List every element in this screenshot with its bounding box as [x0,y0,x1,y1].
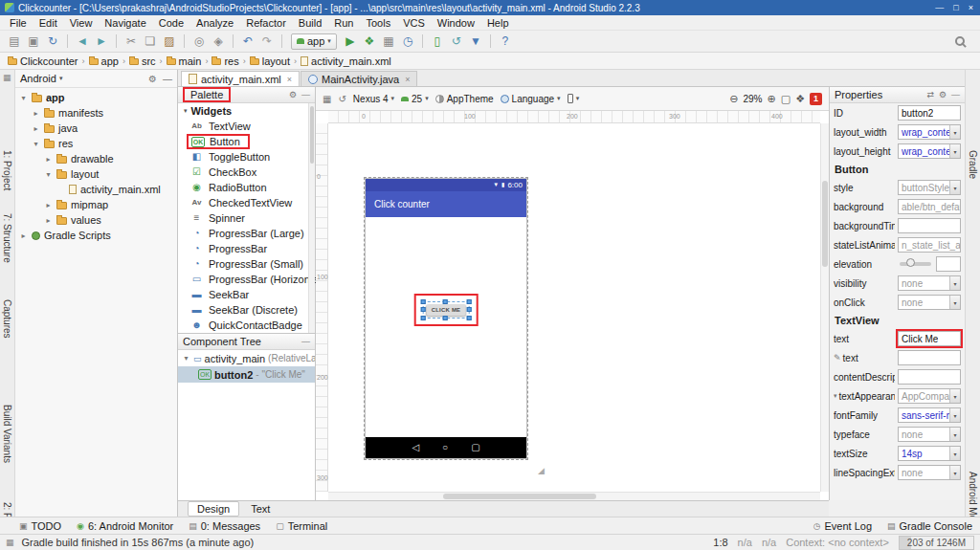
tree-item-java[interactable]: ▸java [15,121,177,136]
menu-item-refactor[interactable]: Refactor [240,17,292,29]
property-field-textsize[interactable]: 14sp▾ [898,446,961,461]
tool-button-gradle[interactable]: Gradle [968,150,978,179]
palette-item-checkedtextview[interactable]: AvCheckedTextView [178,195,315,210]
scrollbar-thumb[interactable] [443,494,596,499]
palette-item-button[interactable]: OKButton [178,134,315,149]
tab-design[interactable]: Design [188,501,239,517]
property-field-background[interactable]: able/btn_default_material [898,199,961,214]
tree-item-res[interactable]: ▾res [15,136,177,151]
palette-item-progressbar-horizontal[interactable]: ▭ProgressBar (Horizontal) [178,272,315,287]
tool-button-1-project[interactable]: 1: Project [2,150,12,190]
pan-icon[interactable]: ❖ [795,93,805,105]
tree-item-manifests[interactable]: ▸manifests [15,105,177,121]
redo-icon[interactable]: ↷ [258,33,276,50]
back-arrow-icon[interactable]: ◄ [74,33,91,50]
property-field-style[interactable]: buttonStyle▾ [898,180,961,195]
debug-icon[interactable]: ❖ [361,33,378,50]
expanded-icon[interactable]: ▾ [19,94,28,102]
tool-button-todo[interactable]: ▣TODO [19,520,61,532]
tool-button-build-variants[interactable]: Build Variants [2,405,12,463]
slider-thumb[interactable] [906,258,915,267]
palette-item-togglebutton[interactable]: ◧ToggleButton [178,149,315,165]
palette-item-textview[interactable]: AbTextView [178,119,315,134]
property-field-backgroundtint[interactable] [898,218,961,233]
elevation-slider[interactable] [900,262,931,266]
property-field-linespacingextra[interactable]: none▾ [898,465,961,480]
palette-scrollbar[interactable] [308,103,315,333]
menu-item-tools[interactable]: Tools [360,17,396,29]
toolwindow-switcher-icon[interactable]: ▦ [6,538,14,547]
project-view-selector[interactable]: Android ▾ [20,73,62,84]
menu-item-help[interactable]: Help [481,17,515,29]
property-field-onclick[interactable]: none▾ [898,295,961,310]
tree-item-layout[interactable]: ▾layout [15,166,177,182]
property-field-fontfamily[interactable]: sans-serif-medium▾ [898,407,961,423]
copy-icon[interactable]: ❏ [142,33,159,50]
tree-item-values[interactable]: ▸values [15,212,177,228]
hide-panel-icon[interactable]: — [301,337,310,346]
hide-panel-icon[interactable]: — [163,74,172,84]
close-button[interactable]: × [969,0,973,15]
scrollbar-thumb[interactable] [310,106,314,164]
property-field-text[interactable]: Click Me [898,331,961,346]
menu-item-view[interactable]: View [64,17,99,29]
titlebar[interactable]: Clickcounter - [C:\Users\prakashraj\Andr… [0,0,980,15]
tool-button-7-structure[interactable]: 7: Structure [2,213,12,263]
tool-button-event-log[interactable]: ◷Event Log [813,520,872,532]
chevron-down-icon[interactable]: ▾ [949,428,960,441]
chevron-down-icon[interactable]: ▾ [949,276,960,290]
breadcrumb-item-activity-main-xml[interactable]: activity_main.xml [301,55,391,67]
device-frame-selector[interactable]: ▾ [568,94,580,103]
selection-handle[interactable] [443,316,448,320]
coverage-icon[interactable]: ▦ [380,33,397,50]
zoom-in-icon[interactable]: ⊕ [768,93,776,105]
sort-icon[interactable]: ⇄ [926,90,934,99]
property-field-statelistanimator[interactable]: n_state_list_anim_material [898,237,961,253]
chevron-down-icon[interactable]: ▾ [949,144,960,158]
tree-item-gradle-scripts[interactable]: ▸Gradle Scripts [15,228,177,243]
gear-icon[interactable]: ⚙ [289,90,297,99]
menu-item-vcs[interactable]: VCS [397,17,431,29]
run-icon[interactable]: ▶ [342,33,359,50]
profiler-icon[interactable]: ◷ [399,33,416,50]
paste-icon[interactable]: ▨ [161,33,178,50]
selection-handle[interactable] [443,299,448,304]
property-field-textappearance[interactable]: AppCompat.Widget.Button▾ [898,388,961,404]
palette-section-widgets[interactable]: ▾ Widgets [178,103,315,119]
chevron-down-icon[interactable]: ▾ [949,408,960,422]
chevron-down-icon[interactable]: ▾ [834,392,837,400]
palette-item-progressbar-small[interactable]: ◔ProgressBar (Small) [178,256,315,272]
device-selector[interactable]: Nexus 4 ▾ [353,94,394,104]
tool-button-gradle-console[interactable]: ▤Gradle Console [887,520,972,532]
device-content[interactable]: CLICK ME [366,217,526,437]
language-selector[interactable]: Language ▾ [501,94,561,104]
selection-handle[interactable] [466,316,471,320]
breadcrumb-item-layout[interactable]: layout [250,55,290,67]
chevron-down-icon[interactable]: ▾ [949,389,960,403]
selection-handle[interactable] [466,307,471,312]
property-field-contentdescription[interactable] [898,369,961,385]
property-field-layout-height[interactable]: wrap_content▾ [898,143,961,159]
sync-icon[interactable]: ↻ [44,33,61,50]
collapsed-icon[interactable]: ▸ [19,231,28,240]
tool-button-0-messages[interactable]: ▤0: Messages [189,520,260,532]
menu-item-analyze[interactable]: Analyze [190,17,239,29]
palette-item-radiobutton[interactable]: ◉RadioButton [178,180,315,195]
undo-icon[interactable]: ↶ [239,33,256,50]
breadcrumb-item-res[interactable]: res [212,55,238,67]
memory-indicator[interactable]: 203 of 1246M [899,536,974,550]
replace-icon[interactable]: ◈ [210,33,227,50]
device-preview[interactable]: ▼ ▮ 6:00 Click counter [365,178,527,459]
hide-panel-icon[interactable]: — [951,90,960,99]
help-icon[interactable]: ? [497,33,514,50]
menu-item-window[interactable]: Window [432,17,480,29]
minimize-button[interactable]: — [935,0,944,15]
elevation-value-field[interactable] [936,256,961,272]
palette-item-quickcontactbadge[interactable]: ☻QuickContactBadge [178,318,315,333]
save-all-icon[interactable]: ▣ [25,33,42,50]
property-field-text[interactable] [898,350,961,365]
collapsed-icon[interactable]: ▸ [44,155,53,164]
palette-item-progressbar-large[interactable]: ◔ProgressBar (Large) [178,226,315,241]
open-icon[interactable]: ▤ [6,33,23,50]
expanded-icon[interactable]: ▾ [182,354,190,363]
